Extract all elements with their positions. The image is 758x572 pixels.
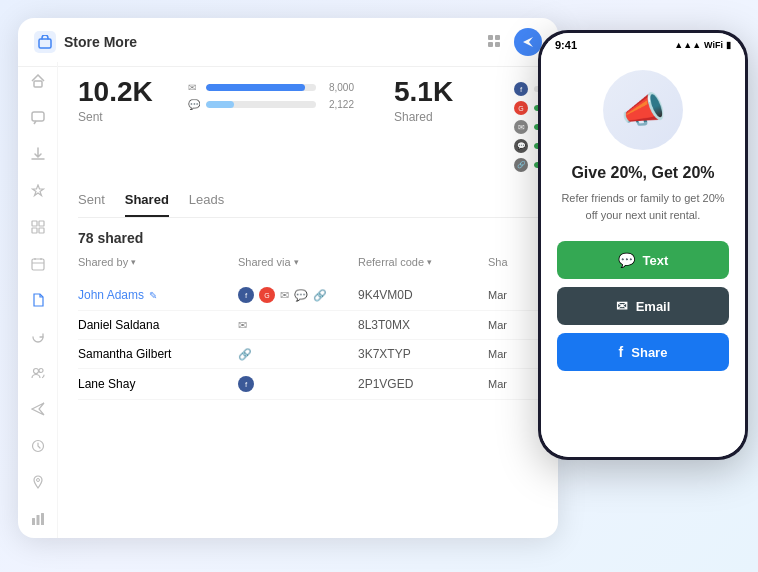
text-button[interactable]: 💬 Text <box>557 241 729 279</box>
svg-point-15 <box>36 479 39 482</box>
row-icons-lane: f <box>238 376 358 392</box>
sent-number: 10.2K <box>78 78 158 106</box>
col-shared-via[interactable]: Shared via ▾ <box>238 256 358 268</box>
sort-arrow-shared-via: ▾ <box>294 257 299 267</box>
ln-icon: 🔗 <box>514 158 528 172</box>
row-name-john[interactable]: John Adams ✎ <box>78 288 238 302</box>
chat-bar-track <box>206 101 316 108</box>
sent-bars: ✉ 8,000 💬 2,122 <box>188 82 354 110</box>
chat-bar-icon: 💬 <box>188 99 200 110</box>
chat-bar-value: 2,122 <box>322 99 354 110</box>
share-button[interactable]: f Share <box>557 333 729 371</box>
table-row: John Adams ✎ f G ✉ 💬 🔗 9K4VM0D Mar <box>78 280 538 311</box>
row-icons-daniel: ✉ <box>238 319 358 332</box>
fb-share-icon: f <box>238 287 254 303</box>
share-label: Share <box>631 345 667 360</box>
shared-number: 5.1K <box>394 78 474 106</box>
svg-rect-10 <box>39 228 44 233</box>
referral-samantha: 3K7XTYP <box>358 347 488 361</box>
sidebar-grid[interactable] <box>28 218 48 236</box>
phone-content: 📣 Give 20%, Get 20% Refer friends or fam… <box>541 54 745 457</box>
phone-inner: 9:41 ▲▲▲ WiFi ▮ 📣 Give 20%, Get 20% Refe… <box>541 33 745 457</box>
svg-rect-3 <box>488 42 493 47</box>
column-headers: Shared by ▾ Shared via ▾ Referral code ▾… <box>78 256 538 268</box>
lk-icon-samantha: 🔗 <box>238 348 252 361</box>
sidebar-home[interactable] <box>28 72 48 90</box>
em-icon-daniel: ✉ <box>238 319 247 332</box>
ch-icon: 💬 <box>514 139 528 153</box>
stats-row: 10.2K Sent ✉ 8,000 💬 2,122 <box>78 78 538 172</box>
svg-rect-17 <box>36 515 39 525</box>
fb-icon-lane: f <box>238 376 254 392</box>
email-label: Email <box>636 299 671 314</box>
battery-icon: ▮ <box>726 40 731 50</box>
promo-image: 📣 <box>603 70 683 150</box>
row-name-lane: Lane Shay <box>78 377 238 391</box>
grid-icon[interactable] <box>486 33 504 51</box>
email-bar-value: 8,000 <box>322 82 354 93</box>
signal-icon: ▲▲▲ <box>674 40 701 50</box>
referral-john: 9K4VM0D <box>358 288 488 302</box>
em-icon: ✉ <box>514 120 528 134</box>
table-row: Lane Shay f 2P1VGED Mar <box>78 369 538 400</box>
sidebar-calendar[interactable] <box>28 254 48 272</box>
top-bar-icons <box>486 28 542 56</box>
email-button[interactable]: ✉ Email <box>557 287 729 325</box>
tab-leads[interactable]: Leads <box>189 192 224 217</box>
svg-rect-2 <box>495 35 500 40</box>
sidebar-users[interactable] <box>28 364 48 382</box>
sidebar-location[interactable] <box>28 473 48 491</box>
promo-emoji: 📣 <box>621 89 666 131</box>
sidebar-star[interactable] <box>28 181 48 199</box>
tab-sent[interactable]: Sent <box>78 192 105 217</box>
svg-point-13 <box>39 368 43 372</box>
shared-count: 78 shared <box>78 230 538 246</box>
svg-rect-6 <box>32 112 44 121</box>
sort-arrow-referral: ▾ <box>427 257 432 267</box>
sent-stat: 10.2K Sent <box>78 78 158 124</box>
col-referral-code[interactable]: Referral code ▾ <box>358 256 488 268</box>
promo-title: Give 20%, Get 20% <box>571 164 714 182</box>
svg-rect-11 <box>32 259 44 270</box>
sidebar-analytics[interactable] <box>28 510 48 528</box>
edit-icon: ✎ <box>149 290 157 301</box>
row-icons-john: f G ✉ 💬 🔗 <box>238 287 358 303</box>
sidebar-file[interactable] <box>28 291 48 309</box>
text-label: Text <box>643 253 669 268</box>
fb-icon: f <box>514 82 528 96</box>
sidebar-download[interactable] <box>28 145 48 163</box>
gr-icon: G <box>514 101 528 115</box>
sidebar-refresh[interactable] <box>28 327 48 345</box>
content-area: 10.2K Sent ✉ 8,000 💬 2,122 <box>58 62 558 538</box>
row-name-samantha: Samantha Gilbert <box>78 347 238 361</box>
email-icon: ✉ <box>616 298 628 314</box>
share-icon: f <box>619 344 624 360</box>
svg-rect-16 <box>32 518 35 525</box>
status-icons: ▲▲▲ WiFi ▮ <box>674 40 731 50</box>
phone-mockup: 9:41 ▲▲▲ WiFi ▮ 📣 Give 20%, Get 20% Refe… <box>538 30 748 460</box>
table-row: Daniel Saldana ✉ 8L3T0MX Mar <box>78 311 538 340</box>
sidebar-chat[interactable] <box>28 108 48 126</box>
col-shared-by[interactable]: Shared by ▾ <box>78 256 238 268</box>
svg-rect-18 <box>41 513 44 525</box>
table-row: Samantha Gilbert 🔗 3K7XTYP Mar <box>78 340 538 369</box>
phone-status-bar: 9:41 ▲▲▲ WiFi ▮ <box>541 33 745 54</box>
sort-arrow-shared-by: ▾ <box>131 257 136 267</box>
referral-lane: 2P1VGED <box>358 377 488 391</box>
svg-point-12 <box>33 368 38 373</box>
send-button[interactable] <box>514 28 542 56</box>
sidebar <box>18 62 58 538</box>
referral-daniel: 8L3T0MX <box>358 318 488 332</box>
ch-share-icon: 💬 <box>294 289 308 302</box>
top-bar: Store More <box>18 18 558 67</box>
sidebar-clock[interactable] <box>28 437 48 455</box>
sidebar-send[interactable] <box>28 400 48 418</box>
app-logo <box>34 31 56 53</box>
email-bar-icon: ✉ <box>188 82 200 93</box>
email-bar-fill <box>206 84 305 91</box>
lk-share-icon: 🔗 <box>313 289 327 302</box>
tab-shared[interactable]: Shared <box>125 192 169 217</box>
promo-desc: Refer friends or family to get 20% off y… <box>557 190 729 223</box>
text-icon: 💬 <box>618 252 635 268</box>
svg-rect-0 <box>39 39 51 48</box>
